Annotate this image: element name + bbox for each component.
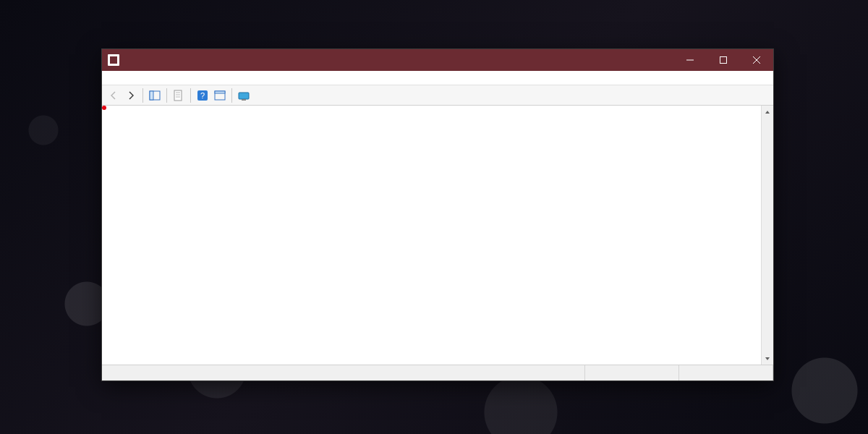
- client-area: [102, 106, 773, 365]
- menu-bar: [102, 71, 773, 85]
- show-hide-tree-button[interactable]: [146, 87, 163, 104]
- menu-file[interactable]: [105, 77, 116, 80]
- forward-button[interactable]: [122, 87, 140, 104]
- svg-rect-10: [215, 91, 225, 93]
- svg-text:?: ?: [200, 91, 205, 100]
- menu-view[interactable]: [128, 77, 140, 80]
- svg-rect-12: [242, 99, 246, 101]
- app-icon: [108, 54, 119, 66]
- titlebar[interactable]: [102, 49, 773, 71]
- toolbar-separator: [142, 88, 143, 103]
- status-cell: [679, 365, 773, 380]
- vertical-scrollbar[interactable]: [761, 106, 773, 365]
- scroll-up-arrow[interactable]: [762, 106, 773, 118]
- back-button[interactable]: [105, 87, 122, 104]
- scroll-down-arrow[interactable]: [762, 352, 773, 365]
- update-driver-button[interactable]: [235, 87, 252, 104]
- status-cell: [102, 365, 585, 380]
- scroll-track[interactable]: [762, 118, 773, 352]
- help-button[interactable]: ?: [194, 87, 211, 104]
- device-tree[interactable]: [102, 106, 761, 365]
- svg-rect-3: [174, 90, 182, 101]
- status-cell: [585, 365, 679, 380]
- toolbar-separator: [166, 88, 167, 103]
- properties-button[interactable]: [170, 87, 187, 104]
- close-button[interactable]: [740, 49, 773, 71]
- svg-rect-0: [720, 57, 727, 64]
- toolbar: ?: [102, 85, 773, 106]
- menu-action[interactable]: [116, 77, 128, 80]
- minimize-button[interactable]: [673, 49, 707, 71]
- maximize-button[interactable]: [707, 49, 740, 71]
- scan-hardware-button[interactable]: [211, 87, 229, 104]
- toolbar-separator: [190, 88, 191, 103]
- toolbar-separator: [231, 88, 232, 103]
- svg-rect-11: [239, 93, 249, 99]
- device-manager-window: ?: [101, 48, 774, 381]
- svg-rect-2: [150, 91, 153, 100]
- status-bar: [102, 365, 773, 380]
- menu-help[interactable]: [140, 77, 151, 80]
